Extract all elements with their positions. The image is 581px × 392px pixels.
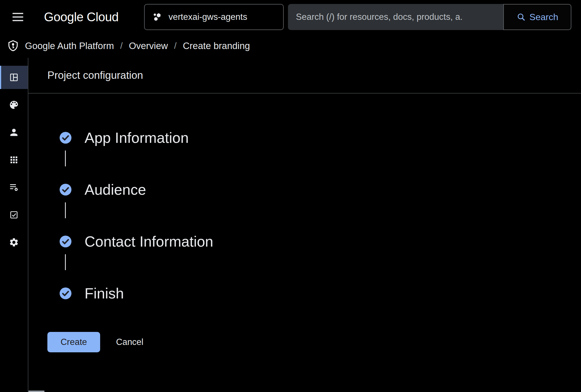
search-button[interactable]: Search [503,4,571,30]
palette-icon [9,99,19,110]
body: Project configuration App Information [0,58,581,392]
project-selector[interactable]: vertexai-gws-agents [144,4,284,30]
breadcrumb: Google Auth Platform / Overview / Create… [0,34,581,58]
check-circle-icon [58,131,73,145]
sidebar-nav [0,58,28,392]
step-app-information[interactable]: App Information [58,128,581,147]
project-hexagons-icon [152,12,162,22]
apps-grid-icon [9,155,19,165]
step-finish[interactable]: Finish [58,284,581,303]
sidebar-item-overview[interactable] [0,66,28,89]
dashboard-icon [9,72,19,83]
gear-icon [9,237,19,247]
step-label: App Information [85,129,189,146]
search-input[interactable] [288,12,503,22]
google-cloud-logo[interactable]: Google Cloud [44,0,119,34]
create-button[interactable]: Create [47,332,100,352]
check-circle-icon [58,183,73,197]
check-circle-icon [58,234,73,249]
horizontal-scrollbar[interactable] [28,391,45,392]
breadcrumb-separator: / [174,41,177,51]
action-bar: Create Cancel [47,332,581,352]
search-field[interactable] [288,4,503,30]
page-title: Project configuration [47,69,143,81]
step-connector [65,254,66,270]
search-icon [516,12,526,22]
search-bar: Search [288,4,571,30]
sidebar-item-clients[interactable] [0,148,28,171]
cancel-button[interactable]: Cancel [116,337,144,347]
person-icon [9,127,19,138]
step-connector [65,202,66,218]
breadcrumb-create-branding: Create branding [183,41,250,51]
top-app-bar: Google Cloud vertexai-gws-agents Search [0,0,581,34]
sidebar-item-settings[interactable] [0,231,28,254]
step-audience[interactable]: Audience [58,180,581,199]
stepper: App Information Audience [58,128,581,303]
search-button-label: Search [529,12,558,22]
sidebar-item-audience[interactable] [0,121,28,144]
hamburger-icon [11,10,26,24]
project-name: vertexai-gws-agents [169,12,247,22]
page-header: Project configuration [28,58,581,94]
step-label: Finish [85,285,124,302]
sidebar-item-verification-center[interactable] [0,203,28,226]
breadcrumb-separator: / [120,41,123,51]
checkbox-icon [9,210,19,220]
step-label: Audience [85,181,146,198]
main-content: Project configuration App Information [28,58,581,392]
list-gear-icon [9,182,19,193]
step-contact-information[interactable]: Contact Information [58,232,581,251]
breadcrumb-overview[interactable]: Overview [129,41,168,51]
step-connector [65,151,66,166]
check-circle-icon [58,286,73,300]
sidebar-item-branding[interactable] [0,93,28,116]
breadcrumb-auth-platform[interactable]: Google Auth Platform [25,41,114,51]
sidebar-item-data-access[interactable] [0,176,28,199]
menu-button[interactable] [11,10,26,24]
auth-platform-shield-key-icon [7,40,19,52]
step-label: Contact Information [85,233,213,250]
